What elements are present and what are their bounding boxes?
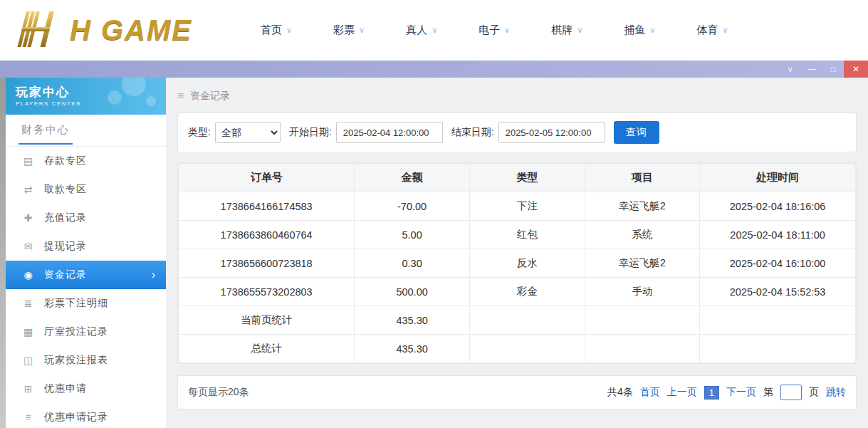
deposit-icon: ▤ [23, 155, 34, 167]
table-row: 1738656600723818 0.30 反水 幸运飞艇2 2025-02-0… [179, 249, 856, 278]
sidebar-item-label: 优惠申请记录 [44, 411, 108, 424]
cell-type: 反水 [469, 249, 585, 278]
page-jump-suffix: 页 [809, 386, 819, 399]
search-button[interactable]: 查询 [614, 121, 659, 144]
filter-bar: 类型: 全部 开始日期: 结束日期: 查询 [177, 113, 857, 152]
cell-empty [700, 306, 856, 335]
col-order-id: 订单号 [179, 164, 355, 192]
chevron-down-icon: ∨ [359, 26, 365, 34]
players-center-title: 玩家中心 [16, 84, 166, 100]
nav-label: 捕鱼 [624, 24, 645, 37]
logo-icon [13, 9, 68, 53]
funds-table-wrap: 订单号 金额 类型 项目 处理时间 1738664166174583 -70.0… [177, 162, 857, 364]
site-header: H GAME 首页 ∨ 彩票 ∨ 真人 ∨ 电子 ∨ 棋牌 ∨ [0, 0, 868, 61]
window-titlebar: ∨ — □ ✕ [0, 61, 868, 78]
page-current[interactable]: 1 [704, 386, 719, 400]
page-next-link[interactable]: 下一页 [726, 386, 756, 399]
sidebar-item-label: 厅室投注记录 [44, 325, 108, 338]
nav-item-lottery[interactable]: 彩票 ∨ [333, 24, 365, 37]
site-logo[interactable]: H GAME [13, 9, 226, 53]
window-close-button[interactable]: ✕ [844, 61, 868, 78]
cell-time: 2025-02-04 15:52:53 [700, 278, 856, 306]
chevron-down-icon: ∨ [722, 26, 728, 34]
cell-type: 红包 [469, 221, 585, 249]
col-type: 类型 [469, 164, 585, 192]
finance-center-label: 财务中心 [19, 123, 73, 145]
table-row-page-total: 当前页统计 435.30 [179, 306, 856, 335]
sidebar-item-hall-bets[interactable]: ▦ 厅室投注记录 [6, 318, 166, 346]
sidebar-section-finance[interactable]: 财务中心 [6, 115, 166, 147]
type-select[interactable]: 全部 [215, 122, 281, 143]
window-maximize-button[interactable]: □ [822, 61, 844, 78]
lottery-bets-icon: ≣ [23, 298, 34, 309]
cell-amount: 5.00 [355, 221, 470, 249]
start-date-input[interactable] [336, 122, 443, 143]
sidebar-item-label: 提现记录 [44, 240, 87, 253]
sidebar-item-funds-record[interactable]: ◉ 资金记录 › [6, 261, 166, 289]
cell-project: 幸运飞艇2 [585, 249, 700, 278]
sidebar-item-deposit[interactable]: ▤ 存款专区 [6, 147, 166, 175]
sidebar-item-promo-record[interactable]: ≡ 优惠申请记录 [6, 403, 166, 428]
col-amount: 金额 [355, 164, 470, 192]
recharge-icon: ✚ [23, 212, 34, 224]
nav-item-home[interactable]: 首页 ∨ [261, 24, 292, 37]
cell-empty [469, 306, 585, 335]
page-first-link[interactable]: 首页 [640, 386, 660, 399]
promo-apply-icon: ⊞ [23, 383, 34, 395]
cell-amount: -70.00 [355, 192, 470, 221]
end-date-label: 结束日期: [451, 126, 494, 139]
cell-project: 手动 [585, 278, 700, 306]
sidebar-item-lottery-bets[interactable]: ≣ 彩票下注明细 [6, 289, 166, 318]
page-prev-link[interactable]: 上一页 [667, 386, 697, 399]
sidebar-item-promo-apply[interactable]: ⊞ 优惠申请 [6, 375, 166, 403]
logo-text: H GAME [70, 14, 192, 46]
cell-order-id: 1738663860460764 [179, 221, 355, 249]
cell-time: 2025-02-04 16:10:00 [700, 249, 856, 278]
page-title: 资金记录 [190, 90, 230, 103]
cell-type: 彩金 [469, 278, 585, 306]
withdraw-record-icon: ✉ [23, 241, 34, 252]
withdraw-icon: ⇄ [23, 184, 34, 195]
sidebar: 玩家中心 PLAYERS CENTER 财务中心 ▤ 存款专区 ⇄ 取款专区 ✚… [6, 78, 166, 428]
page-jump-prefix: 第 [763, 386, 773, 399]
page-jump-button[interactable]: 跳转 [826, 386, 846, 399]
player-report-icon: ◫ [23, 355, 34, 366]
cell-order-id: 1738656600723818 [179, 249, 355, 278]
sidebar-item-recharge-record[interactable]: ✚ 充值记录 [6, 204, 166, 232]
breadcrumb: ≡ 资金记录 [177, 90, 857, 103]
nav-item-slots[interactable]: 电子 ∨ [479, 24, 510, 37]
sidebar-item-player-report[interactable]: ◫ 玩家投注报表 [6, 346, 166, 375]
cell-empty [585, 335, 700, 363]
nav-item-live[interactable]: 真人 ∨ [406, 24, 437, 37]
cell-time: 2025-02-04 18:11:00 [700, 221, 856, 249]
sidebar-menu: ▤ 存款专区 ⇄ 取款专区 ✚ 充值记录 ✉ 提现记录 ◉ 资金记录 [6, 147, 166, 428]
col-time: 处理时间 [700, 164, 856, 192]
window-chevron-button[interactable]: ∨ [780, 61, 801, 78]
hall-bets-icon: ▦ [23, 326, 34, 338]
page-jump-input[interactable] [780, 385, 802, 400]
cell-project: 系统 [585, 221, 700, 249]
window-minimize-button[interactable]: — [801, 61, 822, 78]
sidebar-item-label: 彩票下注明细 [44, 297, 108, 310]
cell-amount: 500.00 [355, 278, 470, 306]
nav-item-fishing[interactable]: 捕鱼 ∨ [624, 24, 655, 37]
nav-label: 首页 [261, 24, 282, 37]
sidebar-item-label: 取款专区 [44, 183, 87, 196]
cell-amount: 435.30 [355, 335, 470, 363]
cell-project: 幸运飞艇2 [585, 192, 700, 221]
chevron-right-icon: › [152, 269, 156, 281]
total-count: 共4条 [607, 386, 633, 399]
chevron-down-icon: ∨ [504, 26, 510, 34]
col-project: 项目 [585, 164, 700, 192]
pager: 共4条 首页 上一页 1 下一页 第 页 跳转 [607, 385, 846, 400]
sidebar-item-withdraw-record[interactable]: ✉ 提现记录 [6, 232, 166, 261]
end-date-input[interactable] [498, 122, 605, 143]
cell-empty [469, 335, 585, 363]
nav-item-chess[interactable]: 棋牌 ∨ [551, 24, 582, 37]
cell-order-id: 1738664166174583 [179, 192, 355, 221]
table-header-row: 订单号 金额 类型 项目 处理时间 [179, 164, 856, 192]
nav-item-sports[interactable]: 体育 ∨ [696, 24, 728, 37]
sidebar-item-withdraw-zone[interactable]: ⇄ 取款专区 [6, 175, 166, 204]
nav-label: 棋牌 [551, 24, 572, 37]
page: H GAME 首页 ∨ 彩票 ∨ 真人 ∨ 电子 ∨ 棋牌 ∨ [0, 0, 868, 428]
